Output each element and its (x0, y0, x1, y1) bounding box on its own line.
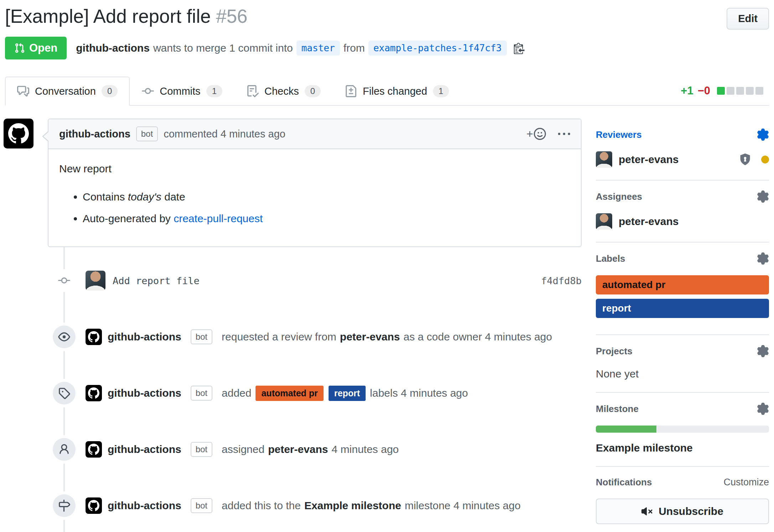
comment-box: github-actions bot commented 4 minutes a… (48, 119, 582, 247)
avatar[interactable] (86, 441, 102, 458)
timeline-event-review-requested: github-actions bot requested a review fr… (5, 322, 582, 352)
tab-commits[interactable]: Commits 1 (130, 77, 234, 106)
avatar[interactable] (86, 497, 102, 514)
reviewer-row: peter-evans (596, 151, 769, 168)
comment-thread: github-actions bot commented 4 minutes a… (5, 119, 582, 247)
author-link[interactable]: github-actions (76, 42, 150, 54)
avatar[interactable] (4, 119, 33, 148)
actor-link[interactable]: github-actions (108, 331, 181, 343)
milestone-icon (53, 494, 76, 517)
label-automated-pr[interactable]: automated pr (596, 275, 769, 294)
shield-lock-icon (738, 153, 752, 166)
projects-empty-text: None yet (596, 368, 769, 380)
labels-heading: Labels (596, 253, 625, 264)
tab-count: 0 (305, 85, 321, 97)
comment-timestamp-link[interactable]: 4 minutes ago (221, 128, 285, 140)
head-branch-label[interactable]: example-patches-1f47cf3 (368, 41, 507, 56)
label-report[interactable]: report (596, 299, 769, 318)
git-commit-icon (142, 85, 154, 97)
discussion-column: github-actions bot commented 4 minutes a… (5, 119, 582, 532)
pull-request-page: [Example] Add report file #56 Edit Open … (0, 0, 774, 532)
pr-title-row: [Example] Add report file #56 Edit (5, 5, 769, 30)
base-branch-label[interactable]: master (296, 41, 340, 56)
gear-icon[interactable] (757, 403, 769, 415)
checklist-icon (247, 85, 259, 97)
actor-link[interactable]: github-actions (108, 500, 181, 512)
avatar[interactable] (86, 271, 105, 291)
comment-action: commented (164, 128, 218, 140)
gear-icon[interactable] (757, 129, 769, 141)
open-state-badge: Open (5, 37, 67, 59)
user-link[interactable]: peter-evans (340, 331, 400, 343)
kebab-icon (558, 128, 570, 140)
comment-paragraph: New report (59, 161, 570, 177)
diff-block (746, 87, 754, 95)
milestone-heading: Milestone (596, 403, 639, 414)
git-commit-icon (53, 273, 76, 288)
gear-icon[interactable] (757, 345, 769, 357)
file-diff-icon (345, 85, 357, 97)
avatar[interactable] (86, 329, 102, 345)
assignees-heading: Assignees (596, 191, 642, 202)
add-reaction-button[interactable]: + (526, 127, 546, 141)
comment-options-button[interactable] (558, 127, 570, 140)
milestone-progress-fill (596, 426, 656, 433)
customize-link[interactable]: Customize (723, 477, 769, 488)
pr-number: #56 (216, 6, 247, 27)
gear-icon[interactable] (757, 191, 769, 203)
octocat-icon (88, 444, 99, 455)
pr-title: [Example] Add report file (5, 6, 211, 27)
mute-icon (641, 506, 653, 517)
commit-sha-link[interactable]: f4dfd8b (541, 275, 582, 286)
git-pull-request-icon (14, 43, 25, 53)
commit-message-link[interactable]: Add report file (113, 275, 200, 286)
gear-icon[interactable] (757, 252, 769, 265)
timeline: Add report file f4dfd8b github-actions b… (5, 247, 582, 531)
diff-block (717, 87, 725, 95)
octocat-icon (8, 123, 29, 144)
tab-conversation[interactable]: Conversation 0 (5, 77, 130, 106)
create-pull-request-link[interactable]: create-pull-request (174, 213, 263, 224)
eye-icon (53, 325, 76, 348)
comment-author-link[interactable]: github-actions (59, 128, 130, 140)
octocat-icon (88, 387, 99, 399)
milestone-progress-bar (596, 426, 769, 433)
label-report[interactable]: report (329, 386, 366, 401)
timeline-event-assigned: github-actions bot assigned peter-evans … (5, 434, 582, 464)
timeline-event-labeled: github-actions bot added automated pr re… (5, 378, 582, 408)
avatar[interactable] (596, 213, 612, 230)
tab-count: 1 (433, 85, 449, 97)
sidebar-section-assignees: Assignees peter-evans (596, 181, 769, 242)
diff-block (736, 87, 744, 95)
sidebar-section-reviewers: Reviewers peter-evans (596, 119, 769, 181)
tab-checks[interactable]: Checks 0 (234, 77, 333, 106)
edit-button[interactable]: Edit (727, 8, 769, 30)
milestone-link[interactable]: Example milestone (596, 442, 769, 454)
diff-stat[interactable]: +1 −0 (681, 84, 769, 97)
actor-link[interactable]: github-actions (108, 443, 181, 455)
octocat-icon (88, 331, 99, 343)
sidebar: Reviewers peter-evans Assignees pet (596, 119, 769, 532)
assignee-link[interactable]: peter-evans (619, 215, 678, 228)
unsubscribe-button[interactable]: Unsubscribe (596, 499, 769, 524)
sidebar-section-milestone: Milestone Example milestone (596, 393, 769, 467)
timeline-event-milestoned: github-actions bot added this to the Exa… (5, 491, 582, 521)
bot-badge: bot (136, 126, 158, 141)
milestone-link[interactable]: Example milestone (304, 500, 401, 512)
user-link[interactable]: peter-evans (268, 443, 328, 455)
reviewer-link[interactable]: peter-evans (619, 153, 678, 166)
bot-badge: bot (191, 498, 212, 513)
octocat-icon (88, 500, 99, 511)
avatar[interactable] (86, 385, 102, 401)
pending-review-dot (761, 156, 769, 163)
diff-block (727, 87, 734, 95)
label-automated-pr[interactable]: automated pr (256, 386, 323, 401)
copy-branch-icon[interactable] (514, 42, 526, 54)
reviewers-heading: Reviewers (596, 129, 642, 140)
commit-row: Add report file f4dfd8b (5, 266, 582, 296)
smiley-icon (534, 128, 546, 140)
comment-bullet: Auto-generated by create-pull-request (83, 210, 570, 226)
actor-link[interactable]: github-actions (108, 387, 181, 399)
avatar[interactable] (596, 151, 612, 168)
tab-files-changed[interactable]: Files changed 1 (333, 77, 461, 106)
